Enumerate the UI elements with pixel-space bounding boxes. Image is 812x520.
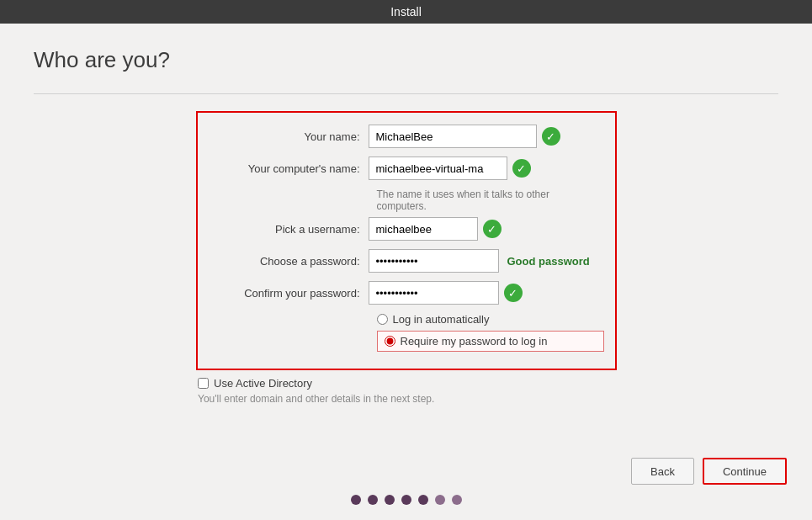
your-name-check-icon: ✓ [542,127,560,146]
continue-button[interactable]: Continue [703,458,787,485]
username-check-icon: ✓ [483,220,502,238]
your-name-label: Your name: [213,130,369,143]
active-directory-hint: You'll enter domain and other details in… [198,393,778,405]
active-directory-checkbox[interactable] [198,378,209,389]
computer-name-label: Your computer's name: [213,162,369,175]
login-auto-label[interactable]: Log in automatically [393,313,490,326]
login-auto-row: Log in automatically [377,313,600,326]
progress-dots [0,495,812,520]
back-button[interactable]: Back [631,458,694,485]
form-area: Your name: ✓ Your computer's name: ✓ The… [34,111,778,370]
computer-name-hint: The name it uses when it talks to other … [377,188,600,212]
dot-5 [418,495,428,505]
confirm-password-label: Confirm your password: [213,287,369,300]
dot-3 [385,495,395,505]
form-box: Your name: ✓ Your computer's name: ✓ The… [196,111,617,370]
computer-name-input[interactable] [369,157,507,180]
require-password-row: Require my password to log in [377,331,604,352]
require-password-label[interactable]: Require my password to log in [401,335,548,348]
dot-7 [452,495,462,505]
dot-1 [351,495,361,505]
title-label: Install [390,5,422,19]
active-directory-row: Use Active Directory [198,377,778,390]
active-directory-label[interactable]: Use Active Directory [214,377,312,390]
password-label: Choose a password: [213,255,369,268]
top-divider [34,93,778,94]
your-name-input[interactable] [369,125,537,148]
password-input[interactable] [369,249,499,273]
username-label: Pick a username: [213,223,369,236]
dot-6 [435,495,445,505]
login-auto-radio[interactable] [377,314,388,325]
username-row: Pick a username: ✓ [213,217,600,241]
confirm-password-check-icon: ✓ [504,284,523,302]
password-row: Choose a password: Good password [213,249,600,273]
your-name-row: Your name: ✓ [213,125,600,148]
dot-2 [368,495,378,505]
main-content: Who are you? Your name: ✓ Your computer'… [0,24,812,448]
page-title: Who are you? [34,47,778,73]
computer-name-row: Your computer's name: ✓ [213,157,600,180]
require-password-radio[interactable] [385,336,395,347]
password-strength: Good password [507,255,590,268]
bottom-bar: Back Continue [0,448,812,495]
confirm-password-row: Confirm your password: ✓ [213,281,600,305]
username-input[interactable] [369,217,478,241]
computer-name-check-icon: ✓ [512,159,531,178]
confirm-password-input[interactable] [369,281,499,305]
title-bar: Install [0,0,812,24]
dot-4 [401,495,411,505]
